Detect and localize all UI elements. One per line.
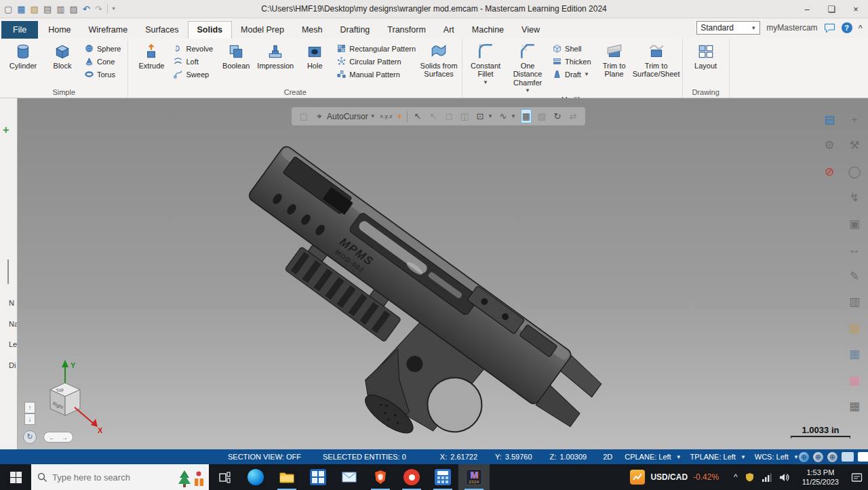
cone-button[interactable]: Cone: [82, 55, 124, 68]
new-file-icon[interactable]: ▢: [4, 5, 12, 14]
trim-to-surface-sheet-button[interactable]: Trim to Surface/Sheet: [634, 40, 679, 80]
options-gear-icon[interactable]: ⚙: [822, 140, 837, 151]
redo-icon[interactable]: ↷: [95, 5, 102, 14]
rectangular-pattern-button[interactable]: Rectangular Pattern: [334, 42, 419, 55]
help-icon[interactable]: ?: [842, 22, 852, 33]
pan-icon[interactable]: ⇄: [568, 110, 578, 123]
next-view-arrow[interactable]: →: [61, 434, 68, 441]
invert-selection-icon[interactable]: ◫: [459, 110, 470, 123]
wcs-selector[interactable]: WCS: Left ▼: [755, 453, 799, 461]
taskbar-app-calculator[interactable]: [427, 464, 458, 490]
collapsed-panel-strip[interactable]: N Na Le Di +: [0, 98, 18, 449]
taskbar-app-blue-window[interactable]: [302, 464, 334, 490]
cylinder-button[interactable]: Cylinder: [3, 40, 43, 71]
gview-globe-icon-3[interactable]: ⊕: [827, 452, 837, 462]
customize-toolbar-chevron-icon[interactable]: ▾: [113, 6, 115, 12]
panel-grip-handle[interactable]: [7, 260, 9, 284]
gview-cube-icon[interactable]: ▢: [298, 110, 309, 123]
maximize-button[interactable]: ❏: [819, 0, 844, 18]
revolve-button[interactable]: Revolve: [171, 42, 216, 55]
tab-mesh[interactable]: Mesh: [293, 21, 332, 39]
zsave-icon[interactable]: ▥: [56, 5, 64, 14]
taskbar-app-mastercam[interactable]: M 2024: [458, 464, 490, 490]
annotate-icon[interactable]: ✎: [847, 270, 862, 282]
taskbar-app-mail[interactable]: [334, 464, 365, 490]
sphere-button[interactable]: Sphere: [82, 42, 124, 55]
tab-surfaces[interactable]: Surfaces: [136, 21, 187, 39]
view-toggle-2[interactable]: [858, 452, 868, 462]
tray-expand-chevron-icon[interactable]: ^: [734, 473, 738, 481]
solids-from-surfaces-button[interactable]: Solids from Surfaces: [419, 40, 458, 80]
gview-globe-icon-1[interactable]: ⊕: [799, 452, 809, 462]
quick-mask-icon[interactable]: ↯: [847, 192, 862, 203]
chain-select-dropdown[interactable]: ∿ ▼: [498, 110, 516, 123]
taskbar-app-red-browser[interactable]: [396, 464, 427, 490]
collapse-ribbon-icon[interactable]: ^: [859, 24, 863, 32]
select-solids-toggle[interactable]: ▦: [521, 109, 532, 123]
gview-globe-icon-2[interactable]: ⊕: [813, 452, 823, 462]
action-center-button[interactable]: [845, 472, 868, 483]
tab-file[interactable]: File: [1, 21, 38, 39]
trim-to-plane-button[interactable]: Trim to Plane: [595, 40, 634, 80]
taskbar-search-box[interactable]: [31, 464, 209, 490]
wireframe-cube-icon[interactable]: ▦: [847, 348, 862, 360]
boolean-button[interactable]: Boolean: [216, 40, 256, 71]
utilities-icon[interactable]: ⚒: [847, 140, 862, 151]
minimize-button[interactable]: –: [795, 0, 819, 18]
draft-button[interactable]: Draft ▼: [550, 68, 595, 81]
undo-icon[interactable]: ↶: [83, 5, 90, 14]
select-arrow-icon[interactable]: ↖: [412, 110, 423, 123]
prev-view-arrow[interactable]: ←: [49, 434, 56, 441]
open-file-icon[interactable]: ▧: [31, 5, 39, 14]
stock-display-icon[interactable]: ▥: [847, 296, 862, 308]
tab-model-prep[interactable]: Model Prep: [232, 21, 293, 39]
mymastercam-link[interactable]: myMastercam: [766, 23, 817, 33]
network-icon[interactable]: [762, 473, 772, 482]
layout-button[interactable]: Layout: [686, 40, 726, 71]
reset-view-button[interactable]: ↻: [23, 430, 37, 444]
config-icon[interactable]: ▨: [69, 5, 77, 14]
circular-pattern-button[interactable]: Circular Pattern: [334, 55, 419, 68]
hatch-grid-icon[interactable]: ▦: [847, 401, 862, 412]
tab-drafting[interactable]: Drafting: [332, 21, 379, 39]
window-select-dropdown[interactable]: ⊡ ▼: [475, 110, 493, 123]
hole-button[interactable]: Hole: [295, 40, 334, 71]
section-view-status[interactable]: SECTION VIEW: OFF: [228, 453, 301, 461]
impression-button[interactable]: Impression: [256, 40, 295, 71]
security-shield-icon[interactable]: [745, 472, 754, 482]
taskbar-app-brave[interactable]: [365, 464, 396, 490]
mode-2d-toggle[interactable]: 2D: [603, 453, 612, 461]
open-folder-icon[interactable]: ▧: [847, 323, 862, 334]
material-cube-icon[interactable]: ▩: [847, 375, 862, 386]
autocursor-dropdown[interactable]: ⌖ AutoCursor ▼: [314, 110, 376, 123]
graphics-viewport[interactable]: N Na Le Di + ▢ ⌖ AutoCursor ▼ x,y,z + ↖ …: [0, 98, 868, 449]
expand-panel-plus-icon[interactable]: +: [3, 124, 9, 136]
sweep-button[interactable]: Sweep: [171, 68, 216, 81]
display-options-icon[interactable]: ▣: [847, 218, 862, 230]
levels-manager-icon[interactable]: ▤: [822, 114, 837, 125]
blank-circle-icon[interactable]: ◯: [847, 166, 862, 178]
hide-entities-icon[interactable]: ⊘: [822, 166, 837, 178]
repaint-icon[interactable]: ↻: [552, 110, 563, 123]
shell-button[interactable]: Shell: [550, 42, 595, 55]
speaker-icon[interactable]: [779, 473, 789, 482]
extrude-button[interactable]: Extrude: [132, 40, 171, 71]
stock-widget[interactable]: USD/CAD -0.42%: [622, 470, 727, 485]
tplane-selector[interactable]: TPLANE: Left ▼: [690, 453, 746, 461]
fast-point-icon[interactable]: +: [397, 112, 402, 121]
style-combo[interactable]: Standard ▼: [696, 21, 760, 35]
constant-fillet-button[interactable]: Constant Fillet ▼: [466, 40, 505, 87]
save-icon[interactable]: ▦: [17, 5, 25, 14]
manual-pattern-button[interactable]: Manual Pattern: [334, 68, 419, 81]
taskbar-app-edge[interactable]: [240, 464, 271, 490]
measure-icon[interactable]: ↔: [847, 244, 862, 256]
end-selection-icon[interactable]: ◻: [443, 110, 454, 123]
xyz-entry-icon[interactable]: x,y,z: [380, 113, 393, 119]
feedback-bubble-icon[interactable]: [824, 23, 835, 33]
block-button[interactable]: Block: [43, 40, 82, 71]
tab-solids[interactable]: Solids: [188, 21, 233, 39]
task-view-button[interactable]: [209, 464, 240, 490]
close-button[interactable]: ×: [844, 0, 868, 18]
view-toggle-1[interactable]: [842, 452, 854, 462]
cplane-selector[interactable]: CPLANE: Left ▼: [625, 453, 681, 461]
